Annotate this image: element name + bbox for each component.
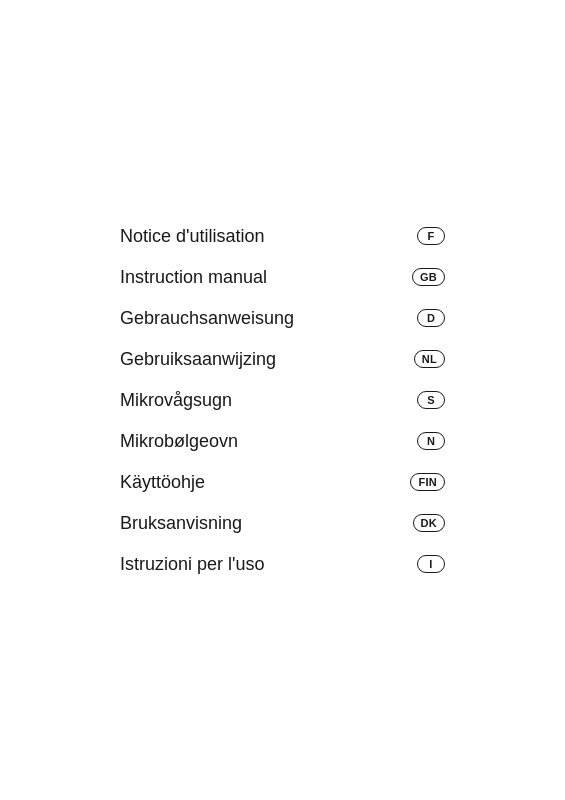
menu-item-badge: F [417, 227, 445, 245]
menu-item-label: Gebruiksaanwijzing [120, 349, 276, 370]
menu-item[interactable]: KäyttöohjeFIN [120, 462, 445, 503]
page: Notice d'utilisationFInstruction manualG… [0, 0, 565, 800]
menu-item-label: Bruksanvisning [120, 513, 242, 534]
menu-item-label: Gebrauchsanweisung [120, 308, 294, 329]
menu-item[interactable]: GebrauchsanweisungD [120, 298, 445, 339]
menu-item-label: Istruzioni per l'uso [120, 554, 265, 575]
menu-item-badge: GB [412, 268, 445, 286]
menu-item[interactable]: Instruction manualGB [120, 257, 445, 298]
menu-item-label: Mikrobølgeovn [120, 431, 238, 452]
menu-item-label: Notice d'utilisation [120, 226, 265, 247]
menu-item-badge: N [417, 432, 445, 450]
menu-item[interactable]: Notice d'utilisationF [120, 216, 445, 257]
menu-item-badge: S [417, 391, 445, 409]
menu-item-badge: D [417, 309, 445, 327]
menu-item-label: Instruction manual [120, 267, 267, 288]
menu-item-badge: I [417, 555, 445, 573]
menu-item-label: Mikrovågsugn [120, 390, 232, 411]
menu-item[interactable]: GebruiksaanwijzingNL [120, 339, 445, 380]
menu-item-badge: NL [414, 350, 445, 368]
menu-item[interactable]: MikrobølgeovnN [120, 421, 445, 462]
menu-item-badge: DK [413, 514, 446, 532]
menu-list: Notice d'utilisationFInstruction manualG… [120, 216, 445, 585]
menu-item[interactable]: Istruzioni per l'usoI [120, 544, 445, 585]
menu-item-badge: FIN [410, 473, 445, 491]
menu-item[interactable]: MikrovågsugnS [120, 380, 445, 421]
menu-item[interactable]: BruksanvisningDK [120, 503, 445, 544]
menu-item-label: Käyttöohje [120, 472, 205, 493]
